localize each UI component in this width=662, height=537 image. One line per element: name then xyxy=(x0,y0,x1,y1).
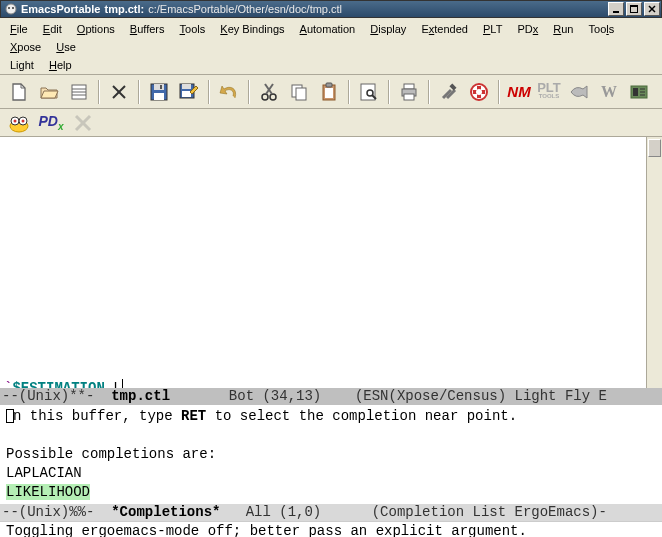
toolbar-separator xyxy=(208,80,210,104)
help-icon[interactable] xyxy=(466,79,492,105)
copy-icon[interactable] xyxy=(286,79,312,105)
svg-point-2 xyxy=(12,7,14,9)
menu-run[interactable]: Run xyxy=(547,20,579,38)
text-cursor xyxy=(122,379,123,388)
ml1-file: tmp.ctl xyxy=(111,388,170,404)
wfn-icon[interactable]: W xyxy=(596,79,622,105)
menu-plt[interactable]: PLT xyxy=(477,20,508,38)
svg-rect-28 xyxy=(326,83,332,87)
minimize-button[interactable] xyxy=(608,2,624,16)
toolbar-separator xyxy=(388,80,390,104)
menu-tools2[interactable]: Tools xyxy=(583,20,621,38)
menu-automation[interactable]: Automation xyxy=(294,20,362,38)
secondary-toolbar: PDx xyxy=(0,109,662,137)
ml2-right: (Completion List ErgoEmacs)- xyxy=(372,504,607,520)
menu-pdx[interactable]: PDx xyxy=(511,20,544,38)
plt-tools-icon[interactable]: PLTTOOLS xyxy=(536,79,562,105)
svg-rect-17 xyxy=(160,85,162,89)
svg-point-22 xyxy=(270,94,276,100)
keyword-estimation: $ESTIMATION xyxy=(12,380,104,388)
menu-file[interactable]: File xyxy=(4,20,34,38)
svg-rect-19 xyxy=(182,84,191,89)
svg-rect-26 xyxy=(296,88,306,100)
editor-scrollbar[interactable] xyxy=(646,137,662,388)
comp-line1a: n this buffer, type xyxy=(13,408,181,424)
xpose-icon[interactable] xyxy=(6,110,32,136)
print-icon[interactable] xyxy=(396,79,422,105)
menu-tools[interactable]: Tools xyxy=(174,20,212,38)
menu-buffers[interactable]: Buffers xyxy=(124,20,171,38)
main-toolbar: NM PLTTOOLS W xyxy=(0,75,662,109)
census-icon[interactable] xyxy=(626,79,652,105)
svg-point-1 xyxy=(8,7,10,9)
svg-rect-15 xyxy=(154,84,164,90)
menu-xpose[interactable]: Xpose xyxy=(4,38,47,56)
toolbar-separator xyxy=(248,80,250,104)
title-app: EmacsPortable xyxy=(21,3,100,15)
menu-keybindings[interactable]: Key Bindings xyxy=(214,20,290,38)
disabled-tool-icon xyxy=(70,110,96,136)
modeline-completions[interactable]: --(Unix)%%- *Completions* All (1,0) (Com… xyxy=(0,504,662,521)
menu-extended[interactable]: Extended xyxy=(415,20,474,38)
title-path: c:/EmacsPortable/Other/esn/doc/tmp.ctl xyxy=(148,3,342,15)
svg-rect-33 xyxy=(404,84,414,89)
save-as-icon[interactable] xyxy=(176,79,202,105)
minibuffer-text: Toggling ergoemacs-mode off; better pass… xyxy=(6,523,527,537)
close-button[interactable] xyxy=(644,2,660,16)
paste-icon[interactable] xyxy=(316,79,342,105)
completions-buffer[interactable]: n this buffer, type RET to select the co… xyxy=(0,405,662,504)
pd-label: PD xyxy=(39,113,58,129)
save-icon[interactable] xyxy=(146,79,172,105)
svg-rect-3 xyxy=(613,11,619,13)
pirana-icon[interactable] xyxy=(566,79,592,105)
new-file-icon[interactable] xyxy=(6,79,32,105)
nm-icon[interactable]: NM xyxy=(506,79,532,105)
menu-edit[interactable]: Edit xyxy=(37,20,68,38)
svg-rect-35 xyxy=(404,94,414,100)
comp-line1b: to select the completion near point. xyxy=(206,408,517,424)
modeline-main[interactable]: --(Unix)**- tmp.ctl Bot (34,13) (ESN(Xpo… xyxy=(0,388,662,405)
comp-ret: RET xyxy=(181,408,206,424)
menu-options[interactable]: Options xyxy=(71,20,121,38)
ml1-right: (ESN(Xpose/Census) Light Fly E xyxy=(355,388,607,404)
title-buffer: tmp.ctl: xyxy=(104,3,144,15)
plt-sublabel: TOOLS xyxy=(539,92,560,100)
search-icon[interactable] xyxy=(356,79,382,105)
plt-label: PLT xyxy=(537,84,561,92)
svg-point-42 xyxy=(476,89,482,95)
completion-option-highlighted[interactable]: LIKELIHOOD xyxy=(6,484,90,500)
minibuffer[interactable]: Toggling ergoemacs-mode off; better pass… xyxy=(0,521,662,537)
toolbar-separator xyxy=(138,80,140,104)
window-titlebar: EmacsPortable tmp.ctl: c:/EmacsPortable/… xyxy=(0,0,662,18)
svg-rect-5 xyxy=(630,5,638,7)
ml2-left: --(Unix)%%- xyxy=(2,504,111,520)
ml1-left: --(Unix)**- xyxy=(2,388,111,404)
scrollbar-top-button[interactable] xyxy=(648,139,661,157)
toolbar-separator xyxy=(98,80,100,104)
svg-rect-44 xyxy=(633,88,638,96)
undo-icon[interactable] xyxy=(216,79,242,105)
editor-text: L xyxy=(105,380,122,388)
completion-option[interactable]: LAPLACIAN xyxy=(6,465,82,481)
editor-content[interactable]: `$ESTIMATION L xyxy=(0,137,646,388)
toolbar-separator xyxy=(428,80,430,104)
dired-icon[interactable] xyxy=(66,79,92,105)
comp-heading: Possible completions are: xyxy=(6,446,216,462)
toolbar-separator xyxy=(498,80,500,104)
toolbar-separator xyxy=(348,80,350,104)
menu-use[interactable]: Use xyxy=(50,38,82,56)
cut-icon[interactable] xyxy=(256,79,282,105)
app-icon xyxy=(4,2,18,16)
editor-pane: `$ESTIMATION L xyxy=(0,137,662,388)
pdx-icon[interactable]: PDx xyxy=(38,110,64,136)
svg-rect-38 xyxy=(449,83,456,90)
preferences-icon[interactable] xyxy=(436,79,462,105)
svg-point-21 xyxy=(262,94,268,100)
menu-help[interactable]: Help xyxy=(43,56,78,74)
kill-buffer-icon[interactable] xyxy=(106,79,132,105)
menu-display[interactable]: Display xyxy=(364,20,412,38)
menu-light[interactable]: Light xyxy=(4,56,40,74)
open-folder-icon[interactable] xyxy=(36,79,62,105)
maximize-button[interactable] xyxy=(626,2,642,16)
svg-rect-16 xyxy=(154,93,164,100)
